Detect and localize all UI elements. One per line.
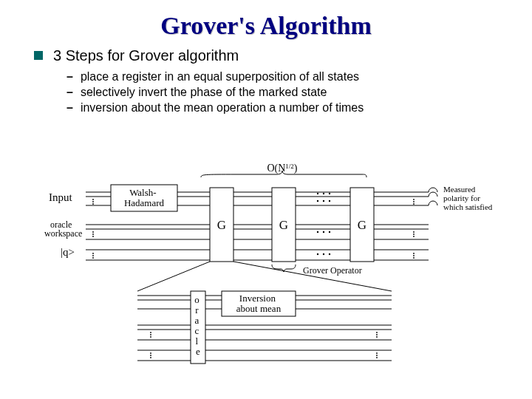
sub-bullet-text: inversion about the mean operation a num… [81,101,364,115]
svg-point-30 [329,231,330,233]
svg-point-39 [413,236,415,237]
grover-operator-label: Grover Operator [303,265,362,276]
g-box: G [358,218,366,232]
svg-point-55 [150,336,151,338]
svg-point-64 [376,357,378,358]
svg-point-17 [92,257,94,259]
svg-point-24 [329,193,330,194]
slide-title: Grover's Algorithm [0,0,532,47]
svg-point-61 [376,336,378,338]
sub-bullet-text: place a register in an equal superpositi… [81,70,359,83]
g-box: G [279,218,288,232]
walsh-hadamard-box: Walsh- Hadamard [124,187,165,208]
input-label: Input [49,191,72,203]
svg-point-54 [150,334,151,335]
svg-point-16 [92,255,94,256]
svg-point-41 [413,255,415,256]
svg-point-11 [92,203,94,205]
svg-point-59 [376,332,378,333]
svg-point-13 [92,233,94,235]
svg-point-27 [329,200,330,202]
dash-icon: – [66,70,73,83]
svg-point-36 [413,203,415,205]
svg-point-58 [150,357,151,358]
bullet-level1: 3 Steps for Grover algorithm [34,47,532,64]
svg-point-31 [317,253,318,255]
dash-icon: – [66,101,73,115]
content-area: 3 Steps for Grover algorithm – place a r… [0,47,532,115]
svg-point-33 [329,253,330,255]
dash-icon: – [66,86,73,99]
svg-point-37 [413,231,415,233]
svg-point-38 [413,233,415,235]
sub-bullet-text: selectively invert the phase of the mark… [81,86,327,99]
square-bullet-icon [34,51,43,60]
circuit-diagram: O(N1/2) Input oracle workspace |q> Walsh… [44,161,502,375]
complexity-close: ) [294,163,298,174]
measured-label: Measured polarity for which satisfied [443,185,493,211]
svg-point-22 [317,193,318,194]
bullet-level2: – selectively invert the phase of the ma… [66,86,532,99]
svg-point-28 [317,231,318,233]
svg-point-29 [323,231,324,233]
svg-point-12 [92,231,94,233]
inversion-box: Inversion about mean [236,293,282,314]
bullet-level2: – inversion about the mean operation a n… [66,101,532,115]
svg-point-60 [376,334,378,335]
bullet-text: 3 Steps for Grover algorithm [53,47,239,64]
svg-point-26 [323,200,324,202]
svg-point-35 [413,201,415,202]
svg-point-34 [413,199,415,200]
svg-point-9 [92,199,94,200]
svg-point-57 [150,355,151,356]
svg-point-23 [323,193,324,194]
svg-point-15 [92,253,94,254]
bullet-level2: – place a register in an equal superposi… [66,70,532,83]
svg-point-53 [150,332,151,333]
oracle-workspace-label: oracle workspace [44,219,82,239]
svg-point-42 [413,257,415,259]
complexity-exp: 1/2 [285,163,294,170]
svg-point-32 [323,253,324,255]
svg-line-43 [137,262,210,291]
svg-point-56 [150,352,151,354]
svg-point-40 [413,253,415,254]
svg-point-10 [92,201,94,202]
svg-point-14 [92,236,94,237]
svg-point-25 [317,200,318,202]
q-register-label: |q> [61,246,75,258]
g-box: G [217,218,226,232]
svg-point-63 [376,355,378,356]
svg-point-62 [376,352,378,354]
